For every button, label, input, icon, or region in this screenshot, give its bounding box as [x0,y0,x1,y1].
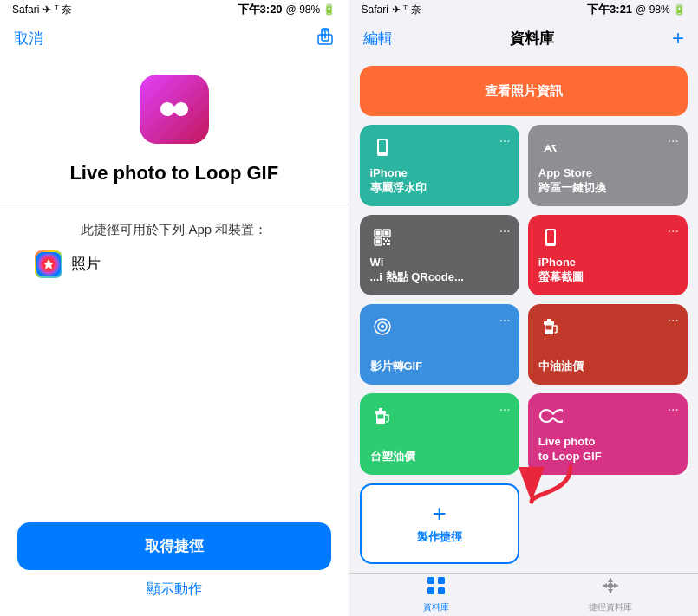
right-panel: Safari ✈ ᵀ 奈 下午3:21 @ 98% 🔋 編輯 資料庫 + 查看照… [349,0,699,616]
svg-rect-32 [438,577,445,584]
screenshot-icon [538,225,563,250]
compatible-label: 此捷徑可用於下列 App 和裝置： [0,222,349,238]
video-gif-icon [370,314,395,339]
get-shortcut-button[interactable]: 取得捷徑 [17,522,331,570]
nav-bar-left: 取消 [0,19,349,57]
status-bar-right: Safari ✈ ᵀ 奈 下午3:21 @ 98% 🔋 [349,0,699,19]
app-icon [140,75,209,144]
tab-gallery[interactable]: 捷徑資料庫 [524,574,698,616]
svg-rect-4 [379,140,386,152]
watermark-icon [370,135,395,159]
formosa-oil-icon [370,404,395,428]
svg-rect-13 [387,238,388,240]
shortcut-wifi-qr[interactable]: ··· Wi...i 熱點 QRcode... [360,215,519,295]
wifi-qr-title: Wi...i 熱點 QRcode... [370,256,509,285]
svg-marker-36 [608,589,613,593]
svg-rect-12 [383,238,385,240]
screenshot-title: iPhone螢幕截圖 [538,256,677,285]
svg-point-20 [550,243,551,244]
shortcut-loop-gif[interactable]: ··· Live phototo Loop GIF [528,393,688,474]
loop-gif-more-icon[interactable]: ··· [668,402,679,418]
status-bar-left-items: Safari ✈ ᵀ 奈 [12,3,72,17]
wifi-icon-right: ✈ ᵀ 奈 [392,3,421,17]
gallery-tab-icon [601,576,620,600]
screenshot-more-icon[interactable]: ··· [668,224,679,239]
cancel-button[interactable]: 取消 [14,29,43,49]
edit-button[interactable]: 編輯 [363,29,393,49]
tab-library[interactable]: 資料庫 [349,574,524,616]
library-tab-label: 資料庫 [423,601,449,613]
svg-marker-38 [614,583,618,588]
svg-marker-37 [603,583,607,588]
status-bar-right-items: 下午3:20 @ 98% 🔋 [238,2,336,17]
photo-info-title: 查看照片資訊 [485,83,563,100]
svg-rect-26 [544,321,554,325]
appstore-more-icon[interactable]: ··· [668,133,679,149]
shortcut-oil-price[interactable]: ··· 中油油價 [528,304,688,385]
gallery-tab-label: 捷徑資料庫 [589,601,632,613]
loop-gif-title: Live phototo Loop GIF [538,435,677,464]
svg-marker-35 [608,578,613,582]
formosa-oil-more-icon[interactable]: ··· [499,402,510,418]
status-bar-left: Safari ✈ ᵀ 奈 下午3:20 @ 98% 🔋 [0,0,349,19]
battery-icon-right: @ 98% 🔋 [636,3,686,16]
time-right: 下午3:21 [587,2,632,17]
shortcut-photo-info[interactable]: 查看照片資訊 [360,66,688,116]
tab-bar: 資料庫 捷徑資料庫 [349,573,699,616]
svg-point-39 [608,583,613,588]
wifi-icon-left: ✈ ᵀ 奈 [42,3,72,17]
svg-rect-11 [375,239,380,243]
create-shortcut-card[interactable]: + 製作捷徑 [360,483,519,564]
time-left: 下午3:20 [238,2,283,17]
app-icon-container [0,75,349,144]
appstore-title: App Store跨區一鍵切換 [538,166,677,196]
svg-rect-16 [383,243,385,245]
svg-point-5 [381,153,382,155]
video-gif-title: 影片轉GIF [370,360,509,374]
svg-rect-29 [375,411,386,414]
photos-icon [35,250,62,278]
oil-price-icon [538,314,563,339]
shortcuts-grid: 查看照片資訊 ··· iPhone專屬浮水印 ··· App Store [349,57,699,573]
show-action-link[interactable]: 顯示動作 [0,580,349,599]
share-button[interactable] [316,27,335,50]
wifi-qr-icon [370,225,395,250]
divider-1 [0,204,349,204]
create-shortcut-label: 製作捷徑 [417,529,462,545]
svg-rect-7 [375,230,380,235]
shortcut-video-gif[interactable]: ··· 影片轉GIF [360,304,519,385]
shortcut-iphone-watermark[interactable]: ··· iPhone專屬浮水印 [360,125,519,205]
shortcut-iphone-screenshot[interactable]: ··· iPhone螢幕截圖 [528,215,688,295]
create-shortcut-plus-icon: + [432,502,446,526]
svg-rect-15 [388,240,390,242]
library-tab-icon [427,576,446,600]
add-shortcut-button[interactable]: + [672,26,684,50]
svg-rect-14 [385,240,387,242]
svg-rect-31 [427,577,434,584]
appstore-icon [538,135,563,159]
shortcut-formosa-oil[interactable]: ··· 台塑油價 [360,393,519,474]
svg-rect-19 [547,230,554,243]
watermark-title: iPhone專屬浮水印 [370,166,509,196]
right-nav-bar: 編輯 資料庫 + [349,19,699,57]
app-title: Live photo to Loop GIF [0,144,349,186]
video-gif-more-icon[interactable]: ··· [499,313,510,328]
svg-rect-34 [438,587,445,594]
status-right-left: Safari ✈ ᵀ 奈 [362,3,421,17]
oil-price-more-icon[interactable]: ··· [668,313,679,328]
svg-rect-25 [545,325,551,329]
photos-row: 照片 [0,238,349,290]
carrier-left: Safari [12,3,39,16]
oil-price-title: 中油油價 [538,360,677,374]
svg-rect-17 [387,243,390,245]
svg-rect-28 [377,415,383,419]
library-title: 資料庫 [510,29,554,49]
photos-label: 照片 [71,254,101,274]
svg-point-23 [381,325,384,328]
shortcut-appstore[interactable]: ··· App Store跨區一鍵切換 [528,125,688,205]
carrier-right: Safari [362,3,388,16]
svg-rect-9 [384,230,388,235]
watermark-more-icon[interactable]: ··· [499,133,510,149]
wifi-qr-more-icon[interactable]: ··· [499,224,510,239]
loop-gif-icon [538,404,563,428]
